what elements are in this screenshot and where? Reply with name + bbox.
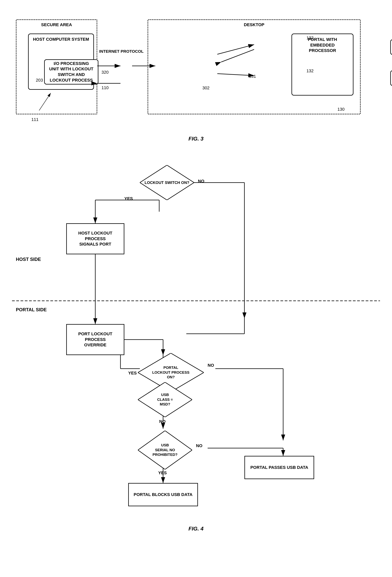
- portal-blocks-box: PORTAL BLOCKS USB DATA: [128, 483, 198, 506]
- portal-side-label: PORTAL SIDE: [16, 307, 47, 313]
- no2-label: NO: [208, 363, 214, 368]
- fig4-caption: FIG. 4: [12, 526, 380, 532]
- io-device-1-box: I/O DEVICE: [390, 39, 392, 55]
- usb-class-msd-diamond: USBCLASS =MSD?: [138, 382, 192, 417]
- no3-label: NO: [159, 419, 165, 424]
- host-side-label: HOST SIDE: [16, 256, 41, 262]
- io-processing-label: I/O PROCESSINGUNIT WITH LOCKOUTSWITCH AN…: [49, 61, 94, 83]
- desktop-label: DESKTOP: [244, 22, 264, 27]
- portal-passes-box: PORTAL PASSES USB DATA: [244, 456, 314, 479]
- desktop-area-box: DESKTOP PORTAL WITHEMBEDDEDPROCESSOR LOC…: [148, 19, 361, 114]
- ref-132-top: 132: [306, 36, 314, 40]
- no1-label: NO: [198, 179, 204, 184]
- fig3-caption: FIG. 3: [12, 136, 380, 142]
- host-lockout-signals-label: HOST LOCKOUTPROCESSSIGNALS PORT: [78, 230, 112, 247]
- lockout-switch-label: LOCKOUT SWITCH ON?: [140, 165, 194, 200]
- secure-area-label: SECURE AREA: [41, 22, 72, 27]
- lockout-switch-diamond: LOCKOUT SWITCH ON?: [140, 165, 194, 200]
- fig3-diagram: SECURE AREA HOST COMPUTER SYSTEM I/O PRO…: [12, 15, 380, 124]
- host-lockout-signals-box: HOST LOCKOUTPROCESSSIGNALS PORT: [66, 223, 124, 254]
- port-lockout-override-box: PORT LOCKOUTPROCESSOVERRIDE: [66, 324, 124, 355]
- io-processing-box: I/O PROCESSINGUNIT WITH LOCKOUTSWITCH AN…: [44, 59, 98, 84]
- ref-130: 130: [337, 107, 345, 112]
- yes3-label: YES: [158, 470, 167, 475]
- portal-outer-box: PORTAL WITHEMBEDDEDPROCESSOR LOCKOUTPROC…: [292, 34, 354, 96]
- yes1-label: YES: [124, 196, 133, 201]
- io-device-2-box: I/O DEVICE: [390, 70, 392, 86]
- host-computer-title: HOST COMPUTER SYSTEM: [29, 37, 93, 42]
- portal-passes-label: PORTAL PASSES USB DATA: [250, 465, 308, 470]
- usb-class-msd-label: USBCLASS =MSD?: [138, 382, 192, 417]
- ref-132-bot: 132: [306, 69, 314, 73]
- port-lockout-override-label: PORT LOCKOUTPROCESSOVERRIDE: [78, 331, 112, 348]
- ref-111: 111: [31, 117, 38, 122]
- portal-title: PORTAL WITHEMBEDDEDPROCESSOR: [292, 37, 353, 53]
- ref-203: 203: [36, 78, 43, 83]
- secure-area-box: SECURE AREA HOST COMPUTER SYSTEM I/O PRO…: [16, 19, 97, 114]
- yes2-label: YES: [128, 371, 137, 376]
- ref-131: 131: [249, 74, 256, 79]
- ref-320: 320: [101, 70, 109, 75]
- no4-label: NO: [196, 443, 202, 448]
- ref-110: 110: [101, 85, 109, 90]
- usb-serial-label: USBSERIAL NOPROHIBITED?: [138, 431, 192, 469]
- ref-302: 302: [202, 85, 210, 91]
- usb-serial-diamond: USBSERIAL NOPROHIBITED?: [138, 431, 192, 469]
- portal-blocks-label: PORTAL BLOCKS USB DATA: [134, 492, 193, 498]
- internet-protocol-label: INTERNET PROTOCOL: [99, 48, 143, 54]
- fig4-diagram: LOCKOUT SWITCH ON? YES NO HOST LOCKOUTPR…: [12, 150, 380, 518]
